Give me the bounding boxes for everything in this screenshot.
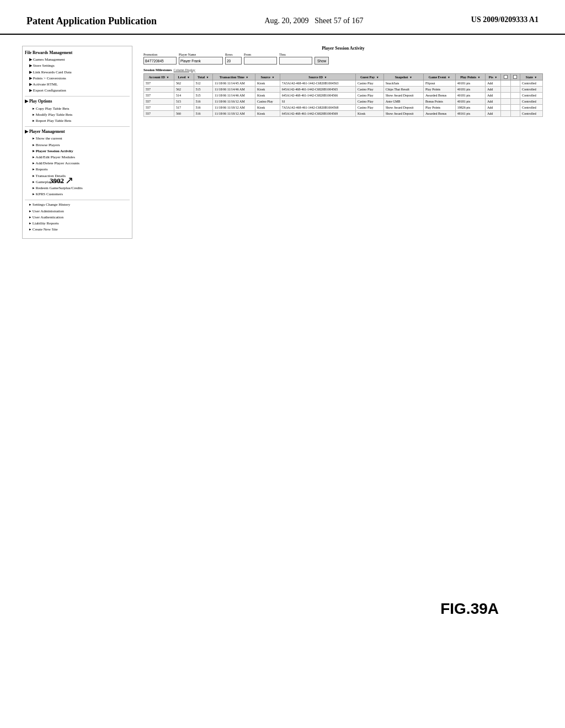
from-filter: From — [244, 53, 277, 65]
cell-source: Kiosk — [255, 81, 280, 87]
sidebar-item-settings-change[interactable]: ▸ Settings Change History — [25, 202, 130, 208]
show-button[interactable]: Show — [315, 57, 329, 65]
cell-account-id: 557 — [144, 81, 174, 87]
thru-input[interactable] — [279, 57, 312, 65]
cell-account-id: 557 — [144, 105, 174, 111]
player-name-input[interactable] — [179, 57, 223, 65]
col-source[interactable]: Source ▼ — [255, 74, 280, 81]
cell-source: Casino Play — [255, 99, 280, 105]
cell-pts: Add — [485, 105, 500, 111]
cell-snapshot: Show Award Deposit — [383, 93, 423, 99]
col-transaction-time[interactable]: Transaction Time ▼ — [213, 74, 255, 81]
cell-cb2 — [510, 111, 520, 117]
sidebar-item-store-settings[interactable]: ▶ Store Settings — [25, 63, 130, 69]
cell-state: Controlled — [520, 99, 543, 105]
sidebar-item-current[interactable]: ▸ Show the current — [25, 136, 130, 142]
cell-guest-pay: Casino Play — [355, 81, 383, 87]
cell-play-points: 19826 pts — [455, 105, 485, 111]
sidebar-item-session-activity[interactable]: ▸ Player Session Activity — [25, 148, 130, 154]
col-pts[interactable]: Pts ▼ — [485, 74, 500, 81]
col-source-id[interactable]: Source ID ▼ — [280, 74, 355, 81]
from-input[interactable] — [244, 57, 277, 65]
table-row[interactable]: 55756051611/18/06 11/18/12 AMKiosk645A14… — [144, 111, 543, 117]
sidebar-item-activate[interactable]: ▶ Activate HTML — [25, 82, 130, 88]
sidebar-title-play: ▶ Play Options — [25, 98, 130, 104]
cell-game-event: Bonus Points — [423, 99, 455, 105]
sidebar-item-transaction[interactable]: ▸ Transaction Details — [25, 173, 130, 179]
cell-level: 514 — [174, 93, 194, 99]
table-row[interactable]: 55751551611/18/06 11/16/12 AMCasino Play… — [144, 99, 543, 105]
cell-account-id: 557 — [144, 87, 174, 93]
page-header: Patent Application Publication Aug. 20, … — [0, 0, 565, 35]
col-account-id[interactable]: Account ID ▼ — [144, 74, 174, 81]
col-total[interactable]: Total ▼ — [194, 74, 212, 81]
col-cb2 — [510, 74, 520, 81]
sidebar-item-gameplay[interactable]: ▸ Gameplay Details — [25, 179, 130, 185]
sidebar-item-user-admin[interactable]: ▸ User Administration — [25, 208, 130, 215]
sidebar-item-browse[interactable]: ▸ Browse Players — [25, 142, 130, 148]
toolbar-row: Session Milestones Column Display — [143, 68, 543, 72]
col-game-event[interactable]: Game Event ▼ — [423, 74, 455, 81]
sidebar-item-modify-play[interactable]: ▸ Modify Play Table Bets — [25, 112, 130, 118]
promotion-input[interactable] — [143, 57, 177, 65]
sidebar-item-link-rewards[interactable]: ▶ Link Rewards Card Data — [25, 69, 130, 76]
sidebar-item-add-edit[interactable]: ▸ Add/Edit Player Modules — [25, 154, 130, 160]
promotion-filter: Promotion — [143, 53, 177, 65]
cell-cb2 — [510, 93, 520, 99]
player-name-filter: Player Name — [179, 53, 223, 65]
column-display-link[interactable]: Column Display — [173, 68, 195, 72]
table-body: 55756251211/18/06 11/14/45 AMKiosk7A5A14… — [144, 81, 543, 117]
cell-level: 517 — [174, 105, 194, 111]
sidebar-item-report-play[interactable]: ▸ Report Play Table Bets — [25, 118, 130, 124]
cell-cb1 — [501, 81, 511, 87]
cell-snapshot: Show Award Deposit — [383, 111, 423, 117]
from-label: From — [244, 53, 277, 56]
publication-title: Patent Application Publication — [26, 15, 157, 27]
sidebar-item-create-site[interactable]: ▸ Create New Site — [25, 227, 130, 233]
cell-state: Controlled — [520, 111, 543, 117]
cell-snapshot: Ante GMB — [383, 99, 423, 105]
table-row[interactable]: 55756251511/18/06 11/14/46 AMKiosk645A14… — [144, 87, 543, 93]
col-state[interactable]: State ▼ — [520, 74, 543, 81]
cell-play-points: 40181 pts — [455, 99, 485, 105]
table-row[interactable]: 55751451511/18/06 11/14/46 AMKiosk645A14… — [144, 93, 543, 99]
sidebar-item-copy-play[interactable]: ▸ Copy Play Table Bets — [25, 106, 130, 112]
sidebar-item-redeem[interactable]: ▸ Redeem GameSurplus/Credits — [25, 185, 130, 191]
cell-total: 512 — [194, 81, 212, 87]
figure-label: FIG.39A — [440, 600, 499, 618]
player-name-label: Player Name — [179, 53, 223, 56]
cell-cb2 — [510, 87, 520, 93]
cell-guest-pay: Kiosk — [355, 111, 383, 117]
sidebar-item-add-delete[interactable]: ▸ Add/Delete Player Accounts — [25, 160, 130, 167]
sidebar-item-kprs[interactable]: ▸ KPRS Customers — [25, 191, 130, 197]
cell-transaction-time: 11/18/06 11/14/46 AM — [213, 93, 255, 99]
table-row[interactable]: 55751751611/18/06 11/18/12 AMKiosk7A5A14… — [144, 105, 543, 111]
cell-game-event: Flipout — [423, 81, 455, 87]
sidebar-item-user-auth[interactable]: ▸ User Authentication — [25, 215, 130, 221]
cell-guest-pay: Casino Play — [355, 105, 383, 111]
cell-guest-pay: Casino Play — [355, 93, 383, 99]
cell-transaction-time: 11/18/06 11/18/12 AM — [213, 105, 255, 111]
cell-snapshot: Show Award Deposit — [383, 105, 423, 111]
cell-cb1 — [501, 99, 511, 105]
sidebar-item-liability[interactable]: ▸ Liability Reports — [25, 221, 130, 227]
cell-transaction-time: 11/18/06 11/18/12 AM — [213, 111, 255, 117]
sidebar-item-points[interactable]: ▶ Points > Conversions — [25, 76, 130, 82]
cell-source: Kiosk — [255, 111, 280, 117]
sidebar-item-reports[interactable]: ▸ Reports — [25, 167, 130, 173]
col-snapshot[interactable]: Snapshot ▼ — [383, 74, 423, 81]
table-row[interactable]: 55756251211/18/06 11/14/45 AMKiosk7A5A14… — [144, 81, 543, 87]
col-guest-pay[interactable]: Guest Pay ▼ — [355, 74, 383, 81]
cell-cb1 — [501, 105, 511, 111]
col-play-points[interactable]: Play Points ▼ — [455, 74, 485, 81]
rows-filter: Rows — [225, 53, 242, 65]
session-milestones-label: Session Milestones — [143, 68, 172, 72]
cell-pts: Add — [485, 87, 500, 93]
sidebar-item-games-mgmt[interactable]: ▶ Games Management — [25, 57, 130, 63]
cell-cb1 — [501, 87, 511, 93]
sidebar-item-export[interactable]: ▶ Export Configuration — [25, 88, 130, 94]
rows-input[interactable] — [225, 57, 242, 65]
cell-level: 560 — [174, 111, 194, 117]
cell-game-event: Awarded Bonus — [423, 93, 455, 99]
col-level[interactable]: Level ▼ — [174, 74, 194, 81]
